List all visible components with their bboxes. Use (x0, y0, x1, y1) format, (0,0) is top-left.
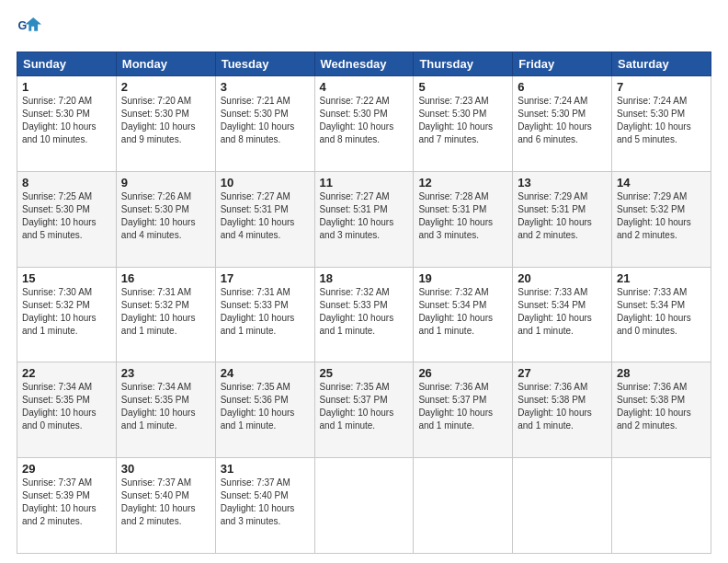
day-info: Sunrise: 7:21 AMSunset: 5:30 PMDaylight:… (221, 95, 310, 146)
header: G (17, 17, 711, 42)
calendar-body: 1Sunrise: 7:20 AMSunset: 5:30 PMDaylight… (17, 76, 711, 554)
day-number: 26 (418, 366, 507, 380)
calendar-cell: 7Sunrise: 7:24 AMSunset: 5:30 PMDaylight… (612, 76, 711, 172)
day-info: Sunrise: 7:35 AMSunset: 5:37 PMDaylight:… (320, 381, 409, 432)
page: G SundayMondayTuesdayWednesdayThursdayFr… (0, 0, 728, 563)
calendar-cell (314, 458, 414, 554)
day-number: 15 (22, 271, 111, 285)
day-info: Sunrise: 7:30 AMSunset: 5:32 PMDaylight:… (22, 286, 111, 338)
day-info: Sunrise: 7:20 AMSunset: 5:30 PMDaylight:… (22, 95, 111, 146)
calendar-week-row: 8Sunrise: 7:25 AMSunset: 5:30 PMDaylight… (17, 171, 711, 267)
calendar-cell: 26Sunrise: 7:36 AMSunset: 5:37 PMDayligh… (414, 362, 513, 458)
weekday-header: Tuesday (215, 52, 314, 76)
day-number: 19 (418, 271, 507, 285)
day-number: 14 (617, 176, 706, 190)
day-info: Sunrise: 7:32 AMSunset: 5:34 PMDaylight:… (418, 286, 507, 338)
day-info: Sunrise: 7:29 AMSunset: 5:31 PMDaylight:… (518, 190, 607, 242)
day-number: 10 (221, 176, 310, 190)
day-number: 4 (320, 80, 409, 94)
calendar-cell: 10Sunrise: 7:27 AMSunset: 5:31 PMDayligh… (215, 171, 314, 267)
calendar-cell: 3Sunrise: 7:21 AMSunset: 5:30 PMDaylight… (215, 76, 314, 172)
weekday-header: Thursday (414, 52, 513, 76)
calendar-week-row: 15Sunrise: 7:30 AMSunset: 5:32 PMDayligh… (17, 267, 711, 362)
calendar-cell: 19Sunrise: 7:32 AMSunset: 5:34 PMDayligh… (414, 267, 513, 362)
day-number: 30 (121, 462, 210, 476)
day-number: 8 (22, 176, 111, 190)
calendar-cell: 14Sunrise: 7:29 AMSunset: 5:32 PMDayligh… (612, 171, 711, 267)
day-info: Sunrise: 7:24 AMSunset: 5:30 PMDaylight:… (518, 95, 607, 146)
calendar-cell: 13Sunrise: 7:29 AMSunset: 5:31 PMDayligh… (513, 171, 612, 267)
weekday-header: Saturday (612, 52, 711, 76)
day-number: 5 (418, 80, 507, 94)
day-number: 28 (617, 366, 706, 380)
weekday-header: Wednesday (314, 52, 414, 76)
day-info: Sunrise: 7:37 AMSunset: 5:39 PMDaylight:… (22, 477, 111, 528)
calendar-cell: 22Sunrise: 7:34 AMSunset: 5:35 PMDayligh… (17, 362, 117, 458)
calendar-week-row: 29Sunrise: 7:37 AMSunset: 5:39 PMDayligh… (17, 458, 711, 554)
calendar-cell: 11Sunrise: 7:27 AMSunset: 5:31 PMDayligh… (314, 171, 414, 267)
calendar-cell: 18Sunrise: 7:32 AMSunset: 5:33 PMDayligh… (314, 267, 414, 362)
day-info: Sunrise: 7:22 AMSunset: 5:30 PMDaylight:… (320, 95, 409, 146)
day-info: Sunrise: 7:27 AMSunset: 5:31 PMDaylight:… (221, 190, 310, 242)
calendar-header-row: SundayMondayTuesdayWednesdayThursdayFrid… (17, 52, 711, 76)
day-info: Sunrise: 7:33 AMSunset: 5:34 PMDaylight:… (617, 286, 706, 338)
day-number: 25 (320, 366, 409, 380)
calendar-cell: 9Sunrise: 7:26 AMSunset: 5:30 PMDaylight… (116, 171, 215, 267)
day-info: Sunrise: 7:32 AMSunset: 5:33 PMDaylight:… (320, 286, 409, 338)
day-number: 1 (22, 80, 111, 94)
day-info: Sunrise: 7:26 AMSunset: 5:30 PMDaylight:… (121, 190, 210, 242)
calendar-cell: 5Sunrise: 7:23 AMSunset: 5:30 PMDaylight… (414, 76, 513, 172)
day-number: 13 (518, 176, 607, 190)
calendar-cell: 30Sunrise: 7:37 AMSunset: 5:40 PMDayligh… (116, 458, 215, 554)
calendar-cell (414, 458, 513, 554)
calendar: SundayMondayTuesdayWednesdayThursdayFrid… (17, 52, 711, 554)
day-number: 22 (22, 366, 111, 380)
day-number: 27 (518, 366, 607, 380)
day-info: Sunrise: 7:23 AMSunset: 5:30 PMDaylight:… (418, 95, 507, 146)
day-info: Sunrise: 7:36 AMSunset: 5:38 PMDaylight:… (518, 381, 607, 432)
day-number: 16 (121, 271, 210, 285)
day-number: 21 (617, 271, 706, 285)
day-number: 12 (418, 176, 507, 190)
day-info: Sunrise: 7:31 AMSunset: 5:32 PMDaylight:… (121, 286, 210, 338)
day-number: 31 (221, 462, 310, 476)
day-info: Sunrise: 7:37 AMSunset: 5:40 PMDaylight:… (121, 477, 210, 528)
calendar-cell: 23Sunrise: 7:34 AMSunset: 5:35 PMDayligh… (116, 362, 215, 458)
calendar-cell: 28Sunrise: 7:36 AMSunset: 5:38 PMDayligh… (612, 362, 711, 458)
calendar-cell: 6Sunrise: 7:24 AMSunset: 5:30 PMDaylight… (513, 76, 612, 172)
calendar-week-row: 1Sunrise: 7:20 AMSunset: 5:30 PMDaylight… (17, 76, 711, 172)
calendar-cell: 12Sunrise: 7:28 AMSunset: 5:31 PMDayligh… (414, 171, 513, 267)
day-number: 18 (320, 271, 409, 285)
day-info: Sunrise: 7:36 AMSunset: 5:37 PMDaylight:… (418, 381, 507, 432)
calendar-cell: 20Sunrise: 7:33 AMSunset: 5:34 PMDayligh… (513, 267, 612, 362)
day-info: Sunrise: 7:36 AMSunset: 5:38 PMDaylight:… (617, 381, 706, 432)
day-info: Sunrise: 7:25 AMSunset: 5:30 PMDaylight:… (22, 190, 111, 242)
calendar-cell (612, 458, 711, 554)
calendar-cell: 2Sunrise: 7:20 AMSunset: 5:30 PMDaylight… (116, 76, 215, 172)
day-number: 20 (518, 271, 607, 285)
calendar-cell: 15Sunrise: 7:30 AMSunset: 5:32 PMDayligh… (17, 267, 117, 362)
calendar-cell: 25Sunrise: 7:35 AMSunset: 5:37 PMDayligh… (314, 362, 414, 458)
day-number: 17 (221, 271, 310, 285)
day-number: 9 (121, 176, 210, 190)
day-info: Sunrise: 7:29 AMSunset: 5:32 PMDaylight:… (617, 190, 706, 242)
svg-text:G: G (17, 19, 27, 32)
logo: G (17, 17, 46, 42)
calendar-cell: 8Sunrise: 7:25 AMSunset: 5:30 PMDaylight… (17, 171, 117, 267)
day-number: 11 (320, 176, 409, 190)
day-number: 6 (518, 80, 607, 94)
calendar-cell: 31Sunrise: 7:37 AMSunset: 5:40 PMDayligh… (215, 458, 314, 554)
day-info: Sunrise: 7:27 AMSunset: 5:31 PMDaylight:… (320, 190, 409, 242)
day-number: 7 (617, 80, 706, 94)
calendar-cell: 27Sunrise: 7:36 AMSunset: 5:38 PMDayligh… (513, 362, 612, 458)
day-info: Sunrise: 7:28 AMSunset: 5:31 PMDaylight:… (418, 190, 507, 242)
calendar-cell: 4Sunrise: 7:22 AMSunset: 5:30 PMDaylight… (314, 76, 414, 172)
day-number: 2 (121, 80, 210, 94)
day-info: Sunrise: 7:37 AMSunset: 5:40 PMDaylight:… (221, 477, 310, 528)
day-number: 23 (121, 366, 210, 380)
calendar-cell: 24Sunrise: 7:35 AMSunset: 5:36 PMDayligh… (215, 362, 314, 458)
day-info: Sunrise: 7:24 AMSunset: 5:30 PMDaylight:… (617, 95, 706, 146)
day-info: Sunrise: 7:20 AMSunset: 5:30 PMDaylight:… (121, 95, 210, 146)
day-number: 3 (221, 80, 310, 94)
calendar-cell: 1Sunrise: 7:20 AMSunset: 5:30 PMDaylight… (17, 76, 117, 172)
